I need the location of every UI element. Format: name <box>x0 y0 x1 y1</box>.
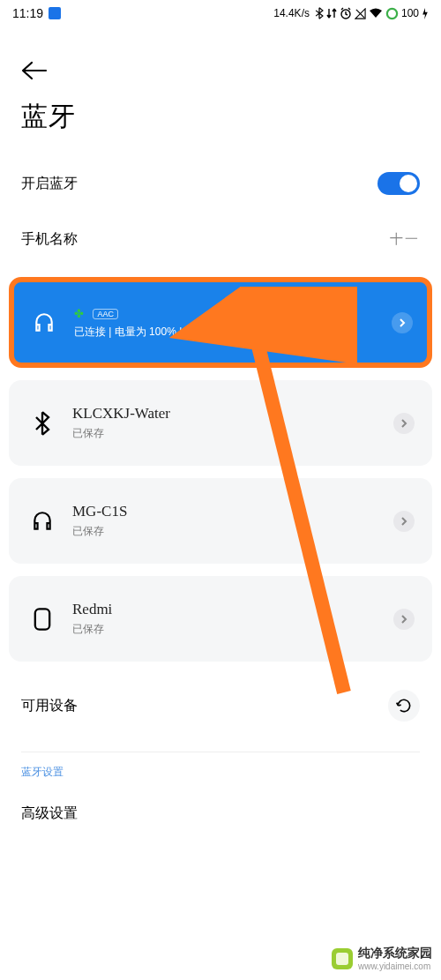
device-sub: 已保存 <box>72 524 393 539</box>
section-label: 蓝牙设置 <box>21 765 441 780</box>
device-row-active[interactable]: ✤ AAC 已连接 | 电量为 100% | 使用中 <box>9 277 432 368</box>
device-row[interactable]: MG-C1S 已保存 <box>9 478 432 564</box>
device-name: MG-C1S <box>72 503 393 520</box>
available-devices-row: 可用设备 <box>0 674 441 744</box>
app-indicator-icon <box>49 7 61 19</box>
phone-name-row[interactable]: 手机名称 十一 <box>0 218 441 263</box>
phone-name-label: 手机名称 <box>21 230 78 249</box>
watermark: 纯净系统家园 www.yidaimei.com <box>332 946 432 971</box>
chevron-right-icon[interactable] <box>392 312 413 333</box>
arrow-left-icon <box>21 61 48 80</box>
svg-point-2 <box>387 8 397 18</box>
device-body: MG-C1S 已保存 <box>62 503 393 539</box>
watermark-title: 纯净系统家园 <box>358 946 432 960</box>
alarm-icon <box>340 7 352 19</box>
no-sim-icon <box>355 8 366 19</box>
clover-icon: ✤ <box>74 307 84 320</box>
device-row[interactable]: Redmi 已保存 <box>9 576 432 662</box>
advanced-settings-row[interactable]: 高级设置 <box>0 789 441 839</box>
advanced-settings-label: 高级设置 <box>21 805 78 820</box>
status-right: 14.4K/s 100 <box>273 7 429 20</box>
wifi-icon <box>369 8 383 19</box>
device-sub: 已保存 <box>72 622 393 637</box>
device-name: ✤ AAC <box>74 305 392 321</box>
back-button[interactable] <box>21 53 64 88</box>
headphones-icon <box>23 510 62 533</box>
codec-badge: AAC <box>93 309 118 319</box>
device-sub: 已保存 <box>72 426 393 441</box>
watermark-url: www.yidaimei.com <box>358 961 432 971</box>
chevron-right-icon[interactable] <box>393 511 415 532</box>
device-icon <box>23 607 62 632</box>
device-name: Redmi <box>72 601 393 618</box>
transfer-icon <box>326 7 337 19</box>
available-devices-label: 可用设备 <box>21 697 78 715</box>
status-time: 11:19 <box>12 6 43 20</box>
bluetooth-toggle[interactable] <box>377 172 420 195</box>
bluetooth-icon <box>23 411 62 436</box>
status-speed: 14.4K/s <box>273 7 310 19</box>
svg-rect-3 <box>35 609 49 629</box>
bluetooth-icon <box>315 7 324 19</box>
device-sub: 已连接 | 电量为 100% | 使用中 <box>74 325 392 340</box>
status-bar: 11:19 14.4K/s 100 <box>0 0 441 26</box>
refresh-icon <box>395 697 413 714</box>
phone-name-value: 十一 <box>390 231 420 248</box>
device-body: Redmi 已保存 <box>62 601 393 637</box>
page-title: 蓝牙 <box>21 99 441 135</box>
headphones-icon <box>25 311 64 334</box>
chevron-right-icon[interactable] <box>393 609 415 630</box>
device-name: KLCXKJ-Water <box>72 405 393 423</box>
divider <box>21 752 420 752</box>
device-body: ✤ AAC 已连接 | 电量为 100% | 使用中 <box>64 305 392 340</box>
bluetooth-toggle-row: 开启蓝牙 <box>0 160 441 209</box>
watermark-logo-icon <box>332 948 353 969</box>
status-left: 11:19 <box>12 6 61 20</box>
battery-ring-icon <box>385 7 399 20</box>
refresh-button[interactable] <box>388 690 420 722</box>
charging-icon <box>422 8 429 19</box>
status-battery: 100 <box>401 7 419 19</box>
chevron-right-icon[interactable] <box>393 413 415 434</box>
device-body: KLCXKJ-Water 已保存 <box>62 405 393 441</box>
device-row[interactable]: KLCXKJ-Water 已保存 <box>9 380 432 466</box>
bluetooth-toggle-label: 开启蓝牙 <box>21 175 78 193</box>
